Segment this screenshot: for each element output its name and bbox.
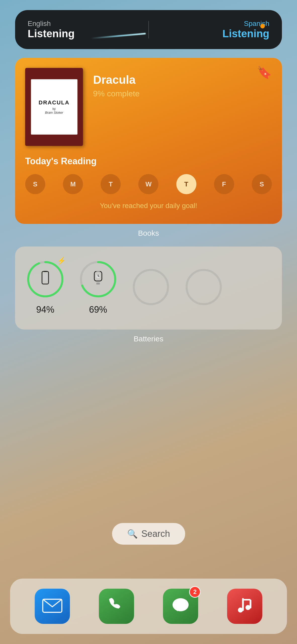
- day-fri: F: [214, 174, 234, 194]
- mail-icon: [42, 598, 62, 614]
- lightning-icon: ⚡: [57, 257, 66, 265]
- language-pill[interactable]: English Listening Spanish Listening: [15, 10, 282, 49]
- book-cover-title: DRACULA: [39, 99, 70, 106]
- book-cover-by: by: [53, 107, 56, 111]
- orange-dot: [260, 24, 265, 28]
- dock-app-music[interactable]: [227, 589, 262, 624]
- svg-rect-8: [96, 271, 100, 272]
- search-button[interactable]: 🔍 Search: [112, 523, 185, 545]
- svg-point-21: [238, 608, 243, 613]
- phone-battery-pct: 94%: [36, 304, 54, 315]
- books-widget[interactable]: 🔖 DRACULA by Bram Stoker Dracula 9% comp…: [15, 58, 282, 224]
- search-icon: 🔍: [127, 529, 138, 539]
- books-widget-label: Books: [0, 229, 297, 237]
- svg-rect-4: [43, 273, 48, 280]
- bookmark-icon: 🔖: [257, 65, 272, 79]
- empty-battery-slot-3: [131, 267, 171, 307]
- day-sun: S: [25, 174, 45, 194]
- watch-battery-item: 69%: [78, 259, 118, 315]
- dock-app-phone[interactable]: [99, 589, 134, 624]
- today-reading-label: Today's Reading: [25, 156, 272, 167]
- english-value: Listening: [28, 28, 75, 40]
- day-sat: S: [252, 174, 272, 194]
- book-content: DRACULA by Bram Stoker Dracula 9% comple…: [25, 68, 272, 146]
- phone-icon: [39, 271, 52, 288]
- messages-icon: [171, 596, 191, 617]
- empty-ring-4: [184, 267, 224, 307]
- book-info: Dracula 9% complete: [93, 68, 140, 98]
- book-name: Dracula: [93, 73, 140, 87]
- svg-point-14: [187, 270, 221, 304]
- svg-rect-9: [96, 283, 100, 285]
- book-cover-inner: DRACULA by Bram Stoker: [31, 79, 77, 135]
- watch-battery-pct: 69%: [89, 304, 107, 315]
- music-icon: [236, 597, 253, 616]
- dock-app-messages[interactable]: 2: [163, 589, 198, 624]
- svg-point-16: [173, 598, 189, 611]
- days-row: S M T W T F S: [25, 174, 272, 194]
- watch-icon: [92, 271, 104, 288]
- messages-badge: 2: [189, 586, 201, 598]
- book-cover: DRACULA by Bram Stoker: [25, 68, 83, 146]
- empty-battery-slot-4: [184, 267, 224, 307]
- svg-point-22: [245, 605, 250, 610]
- watch-battery-ring: [78, 259, 118, 299]
- book-cover-author: Bram Stoker: [45, 111, 63, 114]
- book-progress: 9% complete: [93, 89, 140, 98]
- language-divider: [148, 21, 149, 38]
- dock: 2: [10, 579, 287, 634]
- daily-goal-message: You've reached your daily goal!: [25, 202, 272, 210]
- batteries-widget: ⚡ 94%: [15, 247, 282, 330]
- english-language-item: English Listening: [28, 20, 75, 40]
- svg-point-13: [134, 270, 168, 304]
- svg-rect-3: [44, 271, 47, 272]
- phone-battery-item: ⚡ 94%: [25, 259, 65, 315]
- search-label: Search: [141, 529, 170, 539]
- day-wed: W: [138, 174, 158, 194]
- english-label: English: [28, 20, 75, 28]
- spanish-value: Listening: [222, 28, 269, 40]
- day-tue: T: [101, 174, 121, 194]
- batteries-widget-label: Batteries: [0, 335, 297, 343]
- empty-ring-3: [131, 267, 171, 307]
- svg-rect-18: [243, 599, 250, 600]
- phone-icon: [108, 597, 125, 616]
- dock-app-mail[interactable]: [35, 589, 70, 624]
- battery-items: ⚡ 94%: [25, 259, 272, 315]
- day-thu-today: T: [176, 174, 196, 194]
- day-mon: M: [63, 174, 83, 194]
- spanish-language-item: Spanish Listening: [222, 20, 269, 40]
- phone-battery-ring: ⚡: [25, 259, 65, 299]
